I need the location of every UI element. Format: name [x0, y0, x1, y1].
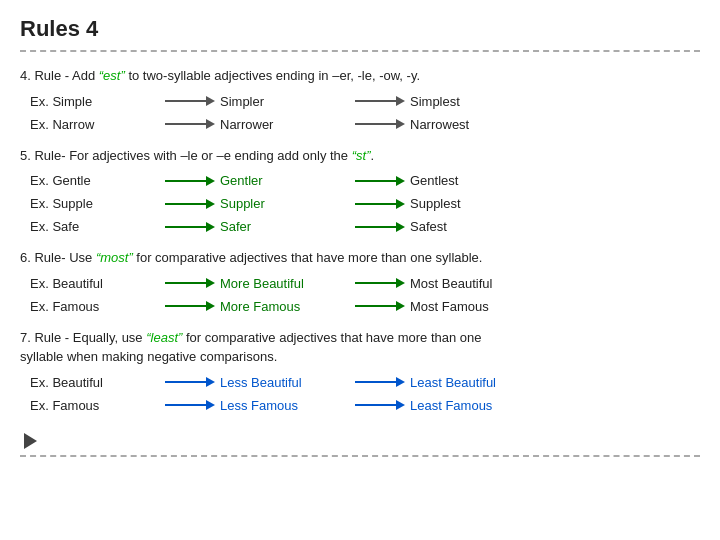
example-base: Ex. Gentle [30, 173, 160, 188]
example-comparative: More Beautiful [220, 276, 350, 291]
rule-section-rule4: 4. Rule - Add “est” to two-syllable adje… [20, 66, 700, 132]
rule-section-rule6: 6. Rule- Use “most” for comparative adje… [20, 248, 700, 314]
arrow-1 [160, 300, 220, 312]
example-superlative: Least Beautiful [410, 375, 540, 390]
rule-section-rule7: 7. Rule - Equally, use “least” for compa… [20, 328, 700, 413]
example-superlative: Supplest [410, 196, 540, 211]
example-comparative: More Famous [220, 299, 350, 314]
arrow-2 [350, 376, 410, 388]
example-superlative: Narrowest [410, 117, 540, 132]
example-row: Ex. BeautifulMore BeautifulMost Beautifu… [30, 276, 700, 291]
rule-heading-rule6: 6. Rule- Use “most” for comparative adje… [20, 248, 700, 268]
rule-heading-rule5: 5. Rule- For adjectives with –le or –e e… [20, 146, 700, 166]
play-icon [24, 433, 37, 449]
rule-heading-rule4: 4. Rule - Add “est” to two-syllable adje… [20, 66, 700, 86]
bottom-divider [20, 455, 700, 457]
arrow-2 [350, 95, 410, 107]
example-superlative: Safest [410, 219, 540, 234]
section-divider [20, 50, 700, 52]
example-row: Ex. SafeSaferSafest [30, 219, 700, 234]
example-comparative: Less Famous [220, 398, 350, 413]
example-comparative: Suppler [220, 196, 350, 211]
arrow-1 [160, 118, 220, 130]
example-base: Ex. Famous [30, 299, 160, 314]
example-row: Ex. FamousLess FamousLeast Famous [30, 398, 700, 413]
example-comparative: Safer [220, 219, 350, 234]
example-comparative: Simpler [220, 94, 350, 109]
arrow-1 [160, 376, 220, 388]
rule-section-rule5: 5. Rule- For adjectives with –le or –e e… [20, 146, 700, 235]
example-row: Ex. SuppleSupplerSupplest [30, 196, 700, 211]
example-base: Ex. Narrow [30, 117, 160, 132]
arrow-2 [350, 198, 410, 210]
example-row: Ex. SimpleSimplerSimplest [30, 94, 700, 109]
example-row: Ex. GentleGentlerGentlest [30, 173, 700, 188]
example-comparative: Narrower [220, 117, 350, 132]
example-base: Ex. Safe [30, 219, 160, 234]
example-base: Ex. Beautiful [30, 276, 160, 291]
arrow-1 [160, 175, 220, 187]
example-comparative: Gentler [220, 173, 350, 188]
example-base: Ex. Famous [30, 398, 160, 413]
arrow-2 [350, 277, 410, 289]
arrow-2 [350, 300, 410, 312]
page-title: Rules 4 [20, 16, 700, 42]
sections-container: 4. Rule - Add “est” to two-syllable adje… [20, 66, 700, 413]
arrow-1 [160, 95, 220, 107]
arrow-2 [350, 175, 410, 187]
example-superlative: Most Beautiful [410, 276, 540, 291]
arrow-1 [160, 277, 220, 289]
example-base: Ex. Supple [30, 196, 160, 211]
example-superlative: Most Famous [410, 299, 540, 314]
example-base: Ex. Beautiful [30, 375, 160, 390]
arrow-2 [350, 399, 410, 411]
example-comparative: Less Beautiful [220, 375, 350, 390]
arrow-1 [160, 221, 220, 233]
arrow-2 [350, 118, 410, 130]
example-base: Ex. Simple [30, 94, 160, 109]
example-row: Ex. BeautifulLess BeautifulLeast Beautif… [30, 375, 700, 390]
example-row: Ex. NarrowNarrowerNarrowest [30, 117, 700, 132]
arrow-2 [350, 221, 410, 233]
example-row: Ex. FamousMore FamousMost Famous [30, 299, 700, 314]
example-superlative: Least Famous [410, 398, 540, 413]
arrow-1 [160, 198, 220, 210]
rule-heading-rule7: 7. Rule - Equally, use “least” for compa… [20, 328, 700, 367]
example-superlative: Simplest [410, 94, 540, 109]
arrow-1 [160, 399, 220, 411]
example-superlative: Gentlest [410, 173, 540, 188]
